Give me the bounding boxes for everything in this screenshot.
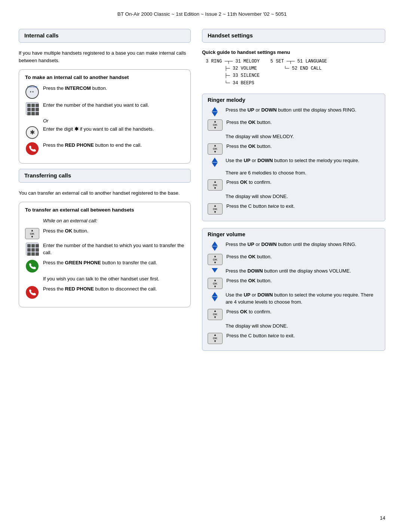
rm-step4: ▲ OK ▼ Press the OK button. — [208, 143, 380, 155]
rm-updown-icon-1 — [208, 107, 222, 116]
step-star-text: Enter the digit ✱ if you want to call al… — [43, 126, 184, 133]
internal-calls-intro: If you have multiple handsets registered… — [19, 49, 191, 64]
rv-step6: ▲ OK ▼ Press OK to confirm. — [208, 308, 380, 320]
rm-ok-complex-inner-4: ▲ OK ▼ — [213, 204, 217, 214]
rv-text-4: Press the OK button. — [226, 277, 380, 285]
rm-text-4: Press the OK button. — [226, 143, 380, 150]
rv-text-5: Use the UP or DOWN button to select the … — [226, 292, 380, 306]
keypad2-icon-wrapper — [25, 243, 39, 255]
rv-ok-btn-1: ▲ OK ▼ — [208, 254, 223, 265]
rv-ok-icon-1: ▲ OK ▼ — [208, 254, 223, 265]
triangle-down-2 — [212, 162, 218, 167]
ok-down-arrow: ▼ — [31, 235, 34, 238]
rm-text-2: Press the OK button. — [226, 119, 380, 126]
rv-ok-complex-inner-2: ▲ OK ▼ — [213, 279, 217, 288]
rv-text-6: Press OK to confirm. — [226, 308, 380, 316]
rm-ok-complex-inner-1: ▲ OK ▼ — [213, 120, 217, 130]
rm-step3: The display will show MELODY. — [208, 133, 380, 140]
rm-text-6: There are 6 melodies to choose from. — [226, 170, 380, 177]
rv-ok-btn-3: ▲ OK ▼ — [208, 309, 223, 320]
tree-line-4: └─ 34 BEEPS — [206, 80, 385, 87]
rm-ok-btn-4: ▲ OK ▼ — [208, 203, 223, 215]
internal-calls-title: Internal calls — [24, 32, 185, 39]
page: BT On-Air 2000 Classic ~ 1st Edition ~ I… — [0, 0, 404, 532]
rv-ok-btn-2: ▲ OK ▼ — [208, 278, 223, 289]
left-column: Internal calls If you have multiple hand… — [19, 29, 191, 313]
rv-step7: The display will show DONE. — [208, 323, 380, 330]
rv-down-icon — [208, 268, 222, 273]
red-phone2-icon-wrapper — [25, 286, 39, 299]
rv-triangle-down-2 — [212, 297, 218, 301]
step-ok-btn: ▲ OK ▼ Press the OK button. — [25, 228, 184, 239]
intercom-label: Intercom — [27, 85, 37, 88]
transferring-calls-section: Transferring calls — [19, 169, 191, 183]
red-phone-icon-1 — [26, 142, 39, 155]
triangle-down-1 — [212, 112, 218, 116]
rv-step2: ▲ OK ▼ Press the OK button. — [208, 253, 380, 265]
internal-call-instruction-box: To make an internal call to another hand… — [19, 69, 191, 164]
guide-tree: 3 RING ─┬─ 31 MELODY 5 SET ─┬─ 51 LANGUA… — [206, 58, 385, 87]
rv-ok-complex-inner-3: ▲ OK ▼ — [213, 310, 217, 319]
rm-text-1: Press the UP or DOWN button until the di… — [226, 107, 380, 114]
rv-up-down-1 — [212, 241, 218, 251]
step-intercom-text: Press the INTERCOM button. — [43, 85, 184, 92]
rv-text-7: The display will show DONE. — [226, 323, 380, 330]
rm-step7: ▲ OK ▼ Press OK to confirm. — [208, 179, 380, 191]
rv-ok-icon-2: ▲ OK ▼ — [208, 278, 223, 289]
step-star: ✱ Enter the digit ✱ if you want to call … — [25, 126, 184, 139]
ok-complex-inner: ▲ OK ▼ — [30, 229, 34, 238]
rm-step9: ▲ OK ▼ Press the C button twice to exit. — [208, 203, 380, 215]
star-icon: ✱ — [26, 126, 39, 139]
rv-ok-icon-3: ▲ OK ▼ — [208, 309, 223, 320]
internal-calls-section: Internal calls — [19, 29, 191, 43]
rv-step8: ▲ OK ▼ Press the C button twice to exit. — [208, 332, 380, 344]
step-talk-first: If you wish you can talk to the other ha… — [25, 276, 184, 283]
quick-guide-title: Quick guide to handset settings menu — [202, 49, 385, 55]
rm-step2: ▲ OK ▼ Press the OK button. — [208, 119, 380, 131]
rv-triangle-up-1 — [212, 241, 218, 246]
keypad-icon — [26, 102, 39, 115]
rm-ok-icon-3: ▲ OK ▼ — [208, 179, 223, 191]
rm-text-7: Press OK to confirm. — [226, 179, 380, 186]
internal-call-box-title: To make an internal call to another hand… — [25, 74, 184, 81]
step-ok-text: Press the OK button. — [43, 228, 184, 235]
star-icon-wrapper: ✱ — [25, 126, 39, 139]
step-enter-number: Enter the number of the handset you want… — [25, 102, 184, 115]
rm-step8: The display will show DONE. — [208, 193, 380, 200]
up-down-arrows-2 — [212, 158, 218, 167]
rv-triangle-up-2 — [212, 292, 218, 297]
ringer-volume-box: Ringer volume Press the UP or DOWN butto… — [202, 228, 385, 350]
rm-ok-icon-4: ▲ OK ▼ — [208, 203, 223, 215]
rv-step3: Press the DOWN button until the display … — [208, 268, 380, 275]
step-enter-transfer-text: Enter the number of the handset to which… — [43, 242, 184, 256]
ok-button-icon: ▲ OK ▼ — [25, 228, 39, 239]
keypad2-icon — [26, 243, 39, 255]
step-red-phone-1-text: Press the RED PHONE button to end the ca… — [43, 142, 184, 149]
rm-text-9: Press the C button twice to exit. — [226, 203, 380, 210]
rm-updown-icon-2 — [208, 158, 222, 167]
handset-settings-section: Handset settings — [202, 29, 385, 43]
handset-settings-title: Handset settings — [208, 32, 380, 39]
rv-ok-complex-inner-4: ▲ OK ▼ — [213, 334, 217, 343]
page-header: BT On-Air 2000 Classic ~ 1st Edition ~ I… — [19, 11, 385, 17]
tree-line-1: 3 RING ─┬─ 31 MELODY 5 SET ─┬─ 51 LANGUA… — [206, 58, 385, 65]
rv-updown-icon-1 — [208, 241, 222, 251]
green-phone-icon-wrapper — [25, 260, 39, 273]
up-down-arrows-1 — [212, 107, 218, 116]
intercom-icon: Intercom — [25, 85, 39, 99]
tree-line-2: ├─ 32 VOLUME └─ 52 END CALL — [206, 65, 385, 72]
step-enter-transfer-number: Enter the number of the handset to which… — [25, 242, 184, 256]
keypad-icon-wrapper — [25, 102, 39, 115]
rm-step6: There are 6 melodies to choose from. — [208, 170, 380, 177]
rm-ok-complex-inner-2: ▲ OK ▼ — [213, 144, 217, 153]
transfer-call-box-title: To transfer an external call between han… — [25, 207, 184, 214]
step-talk-first-text: If you wish you can talk to the other ha… — [43, 276, 184, 283]
ringer-volume-title: Ringer volume — [208, 231, 380, 237]
red-phone-icon-wrapper-1 — [25, 142, 39, 155]
step-red-phone-2: Press the RED PHONE button to disconnect… — [25, 286, 184, 299]
intercom-icon-wrapper: Intercom — [25, 85, 39, 99]
transfer-call-instruction-box: To transfer an external call between han… — [19, 202, 191, 307]
rv-up-down-2 — [212, 292, 218, 301]
quick-guide: Quick guide to handset settings menu 3 R… — [202, 49, 385, 87]
ringer-melody-title: Ringer melody — [208, 97, 380, 103]
